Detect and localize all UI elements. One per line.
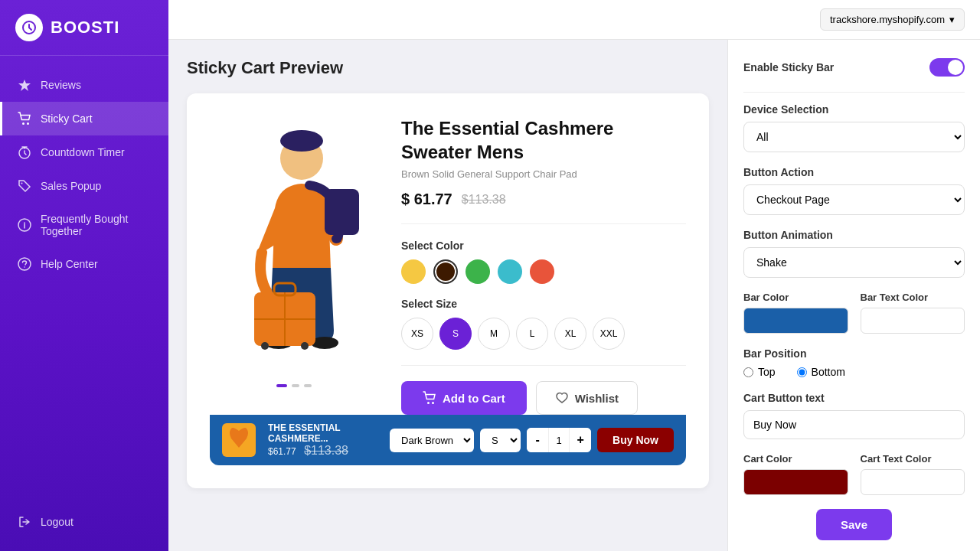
position-top-label[interactable]: Top <box>743 366 776 378</box>
logo-text: BOOSTI <box>51 18 119 37</box>
quantity-decrease-button[interactable]: - <box>527 428 548 452</box>
quantity-increase-button[interactable]: + <box>570 428 591 452</box>
enable-sticky-bar-toggle[interactable] <box>929 58 965 77</box>
svg-point-7 <box>18 258 31 270</box>
svg-point-18 <box>261 342 269 350</box>
sidebar: BOOSTI Reviews Sticky Cart Coun <box>0 0 168 551</box>
bar-color-swatch[interactable] <box>743 308 848 334</box>
cart-text-color-label: Cart Text Color <box>861 453 965 465</box>
save-label: Save <box>841 518 867 531</box>
sidebar-item-reviews-label: Reviews <box>41 79 81 91</box>
enable-sticky-bar-label: Enable Sticky Bar <box>743 61 834 73</box>
wishlist-button[interactable]: Wishlist <box>536 381 638 415</box>
button-animation-label: Button Animation <box>743 229 965 241</box>
store-name: trackshore.myshopify.com <box>830 14 945 25</box>
position-top-radio[interactable] <box>743 367 753 377</box>
button-action-label: Button Action <box>743 166 965 178</box>
product-image-area <box>210 116 378 387</box>
tag-icon <box>18 179 31 193</box>
info-icon <box>18 218 31 232</box>
sticky-size-select[interactable]: S M L <box>480 429 521 452</box>
sidebar-item-frequently-bought[interactable]: Frequently Bought Together <box>0 203 168 247</box>
product-figure <box>217 116 371 377</box>
product-carousel-dots <box>276 384 312 387</box>
button-animation-select[interactable]: Shake None Bounce Pulse <box>743 247 965 278</box>
position-bottom-radio[interactable] <box>797 367 807 377</box>
color-swatch-orange[interactable] <box>530 259 554 284</box>
sticky-buy-now-button[interactable]: Buy Now <box>597 428 674 452</box>
button-action-select[interactable]: Checkout Page Add to Cart Cart Page <box>743 184 965 215</box>
bar-color-group: Bar Color <box>743 292 848 334</box>
quantity-control: - 1 + <box>527 428 591 452</box>
cart-button-text-input[interactable] <box>743 410 965 439</box>
color-label: Select Color <box>401 240 686 252</box>
cart-icon <box>18 112 31 126</box>
store-selector[interactable]: trackshore.myshopify.com ▾ <box>820 8 965 31</box>
cart-button-text-label: Cart Button text <box>743 392 965 404</box>
size-xs[interactable]: XS <box>401 318 433 350</box>
sidebar-item-logout-label: Logout <box>41 516 74 528</box>
sticky-original-price: $113.38 <box>304 444 348 457</box>
carousel-dot-2[interactable] <box>292 384 299 387</box>
add-to-cart-button[interactable]: Add to Cart <box>401 381 527 415</box>
quantity-value: 1 <box>548 428 570 452</box>
cart-color-swatch[interactable] <box>743 469 848 495</box>
product-info: The Essential Cashmere Sweater Mens Brow… <box>401 116 686 415</box>
size-m[interactable]: M <box>478 318 510 350</box>
preview-panel: Sticky Cart Preview <box>168 40 727 551</box>
sidebar-item-logout[interactable]: Logout <box>0 505 168 539</box>
wishlist-label: Wishlist <box>575 392 619 405</box>
size-s[interactable]: S <box>439 318 472 350</box>
size-selection: Select Size XS S M L XL XXL <box>401 298 686 350</box>
svg-point-10 <box>280 130 323 152</box>
sidebar-logo: BOOSTI <box>0 0 168 56</box>
action-buttons: Add to Cart Wishlist <box>401 365 686 415</box>
logo-icon <box>15 14 43 41</box>
color-swatch-green[interactable] <box>466 259 490 284</box>
sticky-price-info: $61.77 $113.38 <box>268 444 377 458</box>
svg-point-20 <box>427 402 430 404</box>
color-swatch-yellow[interactable] <box>401 259 426 284</box>
sticky-price: $61.77 <box>268 446 296 457</box>
svg-marker-1 <box>18 80 31 91</box>
content-area: Sticky Cart Preview <box>168 40 980 551</box>
sidebar-item-help-center[interactable]: Help Center <box>0 247 168 281</box>
cart-text-color-group: Cart Text Color <box>861 453 965 495</box>
position-bottom-label[interactable]: Bottom <box>797 366 845 378</box>
main-content: trackshore.myshopify.com ▾ Sticky Cart P… <box>168 0 980 551</box>
product-area: The Essential Cashmere Sweater Mens Brow… <box>210 116 686 415</box>
buy-now-label: Buy Now <box>612 434 658 446</box>
sidebar-item-sticky-cart[interactable]: Sticky Cart <box>0 102 168 135</box>
sidebar-item-reviews[interactable]: Reviews <box>0 68 168 102</box>
device-selection-select[interactable]: All Desktop Mobile <box>743 122 965 152</box>
size-l[interactable]: L <box>516 318 548 350</box>
cart-button-icon <box>423 391 436 405</box>
svg-point-19 <box>301 342 309 350</box>
bar-text-color-swatch[interactable] <box>861 308 965 334</box>
position-bottom-text: Bottom <box>812 366 845 378</box>
sticky-color-select[interactable]: Dark Brown Yellow Green <box>390 429 474 452</box>
carousel-dot-1[interactable] <box>276 384 287 387</box>
color-swatch-cyan[interactable] <box>498 259 522 284</box>
position-top-text: Top <box>758 366 776 378</box>
preview-card: The Essential Cashmere Sweater Mens Brow… <box>187 93 709 488</box>
product-title: The Essential Cashmere Sweater Mens <box>401 116 686 164</box>
bar-position-group: Bar Position Top Bottom <box>743 347 965 378</box>
svg-point-2 <box>22 122 24 125</box>
size-xl[interactable]: XL <box>554 318 586 350</box>
product-subtitle: Brown Solid General Support Chair Pad <box>401 168 686 180</box>
sidebar-item-countdown-timer[interactable]: Countdown Timer <box>0 135 168 169</box>
sidebar-item-help-center-label: Help Center <box>41 258 98 270</box>
sidebar-item-frequently-bought-label: Frequently Bought Together <box>41 213 153 237</box>
carousel-dot-3[interactable] <box>304 384 312 387</box>
color-swatch-dark-brown[interactable] <box>433 259 458 284</box>
product-illustration <box>217 116 371 377</box>
sidebar-item-sticky-cart-label: Sticky Cart <box>41 112 93 125</box>
cart-text-color-swatch[interactable] <box>861 469 965 495</box>
product-price-row: $ 61.77 $113.38 <box>401 191 686 224</box>
svg-point-8 <box>24 266 25 268</box>
divider-1 <box>743 92 965 93</box>
sidebar-item-sales-popup[interactable]: Sales Popup <box>0 169 168 203</box>
save-button[interactable]: Save <box>816 509 892 540</box>
size-xxl[interactable]: XXL <box>593 318 625 350</box>
